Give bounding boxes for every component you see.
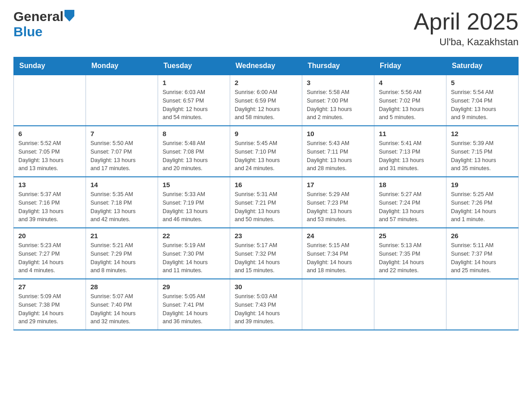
day-number: 9 — [235, 130, 297, 137]
calendar-cell: 9Sunrise: 5:45 AM Sunset: 7:10 PM Daylig… — [230, 126, 302, 177]
day-info: Sunrise: 5:37 AM Sunset: 7:16 PM Dayligh… — [18, 190, 81, 224]
calendar-cell: 16Sunrise: 5:31 AM Sunset: 7:21 PM Dayli… — [230, 177, 302, 228]
day-number: 18 — [379, 181, 442, 188]
calendar-cell — [302, 279, 374, 330]
calendar-cell: 5Sunrise: 5:54 AM Sunset: 7:04 PM Daylig… — [446, 75, 519, 126]
title-block: April 2025 Ul'ba, Kazakhstan — [414, 9, 519, 48]
calendar-week-row: 27Sunrise: 5:09 AM Sunset: 7:38 PM Dayli… — [14, 279, 519, 330]
day-info: Sunrise: 5:50 AM Sunset: 7:07 PM Dayligh… — [90, 139, 153, 173]
calendar-cell: 17Sunrise: 5:29 AM Sunset: 7:23 PM Dayli… — [302, 177, 374, 228]
calendar-cell — [86, 75, 158, 126]
page-subtitle: Ul'ba, Kazakhstan — [414, 36, 519, 48]
day-number: 23 — [235, 232, 297, 240]
day-number: 10 — [307, 130, 369, 137]
day-info: Sunrise: 5:29 AM Sunset: 7:23 PM Dayligh… — [307, 190, 369, 224]
day-number: 30 — [235, 283, 297, 291]
calendar-header-row: SundayMondayTuesdayWednesdayThursdayFrid… — [14, 57, 519, 75]
day-number: 4 — [379, 79, 442, 86]
calendar-week-row: 6Sunrise: 5:52 AM Sunset: 7:05 PM Daylig… — [14, 126, 519, 177]
day-info: Sunrise: 5:21 AM Sunset: 7:29 PM Dayligh… — [90, 241, 153, 275]
day-number: 14 — [90, 181, 153, 188]
weekday-header-wednesday: Wednesday — [230, 57, 302, 75]
calendar-table: SundayMondayTuesdayWednesdayThursdayFrid… — [13, 57, 519, 330]
calendar-cell: 12Sunrise: 5:39 AM Sunset: 7:15 PM Dayli… — [446, 126, 519, 177]
weekday-header-tuesday: Tuesday — [158, 57, 230, 75]
day-number: 29 — [163, 283, 225, 291]
day-info: Sunrise: 5:05 AM Sunset: 7:41 PM Dayligh… — [163, 292, 225, 326]
calendar-cell: 29Sunrise: 5:05 AM Sunset: 7:41 PM Dayli… — [158, 279, 230, 330]
day-number: 22 — [163, 232, 225, 240]
day-info: Sunrise: 5:03 AM Sunset: 7:43 PM Dayligh… — [235, 292, 297, 326]
day-info: Sunrise: 5:48 AM Sunset: 7:08 PM Dayligh… — [163, 139, 225, 173]
calendar-cell: 21Sunrise: 5:21 AM Sunset: 7:29 PM Dayli… — [86, 228, 158, 279]
day-info: Sunrise: 5:33 AM Sunset: 7:19 PM Dayligh… — [163, 190, 225, 224]
day-number: 19 — [451, 181, 514, 188]
day-info: Sunrise: 5:25 AM Sunset: 7:26 PM Dayligh… — [451, 190, 514, 224]
day-number: 28 — [90, 283, 153, 291]
calendar-cell: 19Sunrise: 5:25 AM Sunset: 7:26 PM Dayli… — [446, 177, 519, 228]
logo-blue-text: Blue — [13, 24, 43, 39]
calendar-cell: 2Sunrise: 6:00 AM Sunset: 6:59 PM Daylig… — [230, 75, 302, 126]
day-number: 13 — [18, 181, 81, 188]
day-number: 2 — [235, 79, 297, 86]
day-number: 11 — [379, 130, 442, 137]
day-number: 26 — [451, 232, 514, 240]
day-number: 1 — [163, 79, 225, 86]
day-info: Sunrise: 5:13 AM Sunset: 7:35 PM Dayligh… — [379, 241, 442, 275]
day-info: Sunrise: 5:11 AM Sunset: 7:37 PM Dayligh… — [451, 241, 514, 275]
calendar-cell: 4Sunrise: 5:56 AM Sunset: 7:02 PM Daylig… — [374, 75, 446, 126]
calendar-cell: 1Sunrise: 6:03 AM Sunset: 6:57 PM Daylig… — [158, 75, 230, 126]
weekday-header-thursday: Thursday — [302, 57, 374, 75]
calendar-cell: 22Sunrise: 5:19 AM Sunset: 7:30 PM Dayli… — [158, 228, 230, 279]
day-info: Sunrise: 5:07 AM Sunset: 7:40 PM Dayligh… — [90, 292, 153, 326]
day-info: Sunrise: 5:27 AM Sunset: 7:24 PM Dayligh… — [379, 190, 442, 224]
calendar-cell: 14Sunrise: 5:35 AM Sunset: 7:18 PM Dayli… — [86, 177, 158, 228]
page-title: April 2025 — [414, 9, 519, 34]
calendar-cell: 24Sunrise: 5:15 AM Sunset: 7:34 PM Dayli… — [302, 228, 374, 279]
calendar-cell: 30Sunrise: 5:03 AM Sunset: 7:43 PM Dayli… — [230, 279, 302, 330]
calendar-cell: 8Sunrise: 5:48 AM Sunset: 7:08 PM Daylig… — [158, 126, 230, 177]
calendar-cell: 11Sunrise: 5:41 AM Sunset: 7:13 PM Dayli… — [374, 126, 446, 177]
calendar-cell: 23Sunrise: 5:17 AM Sunset: 7:32 PM Dayli… — [230, 228, 302, 279]
day-info: Sunrise: 5:31 AM Sunset: 7:21 PM Dayligh… — [235, 190, 297, 224]
logo-general-text: General — [13, 9, 64, 24]
day-info: Sunrise: 5:52 AM Sunset: 7:05 PM Dayligh… — [18, 139, 81, 173]
calendar-cell: 20Sunrise: 5:23 AM Sunset: 7:27 PM Dayli… — [14, 228, 86, 279]
calendar-week-row: 20Sunrise: 5:23 AM Sunset: 7:27 PM Dayli… — [14, 228, 519, 279]
weekday-header-friday: Friday — [374, 57, 446, 75]
logo: General Blue — [13, 9, 74, 39]
calendar-cell: 27Sunrise: 5:09 AM Sunset: 7:38 PM Dayli… — [14, 279, 86, 330]
day-info: Sunrise: 5:45 AM Sunset: 7:10 PM Dayligh… — [235, 139, 297, 173]
day-number: 6 — [18, 130, 81, 137]
day-info: Sunrise: 5:56 AM Sunset: 7:02 PM Dayligh… — [379, 88, 442, 122]
day-info: Sunrise: 5:35 AM Sunset: 7:18 PM Dayligh… — [90, 190, 153, 224]
weekday-header-sunday: Sunday — [14, 57, 86, 75]
day-info: Sunrise: 5:23 AM Sunset: 7:27 PM Dayligh… — [18, 241, 81, 275]
day-info: Sunrise: 6:00 AM Sunset: 6:59 PM Dayligh… — [235, 88, 297, 122]
svg-marker-1 — [64, 16, 74, 21]
day-number: 27 — [18, 283, 81, 291]
day-info: Sunrise: 6:03 AM Sunset: 6:57 PM Dayligh… — [163, 88, 225, 122]
calendar-cell: 15Sunrise: 5:33 AM Sunset: 7:19 PM Dayli… — [158, 177, 230, 228]
day-number: 20 — [18, 232, 81, 240]
calendar-cell — [374, 279, 446, 330]
day-number: 17 — [307, 181, 369, 188]
day-info: Sunrise: 5:09 AM Sunset: 7:38 PM Dayligh… — [18, 292, 81, 326]
day-info: Sunrise: 5:43 AM Sunset: 7:11 PM Dayligh… — [307, 139, 369, 173]
weekday-header-monday: Monday — [86, 57, 158, 75]
day-info: Sunrise: 5:54 AM Sunset: 7:04 PM Dayligh… — [451, 88, 514, 122]
page-header: General Blue April 2025 Ul'ba, Kazakhsta… — [13, 9, 519, 48]
calendar-cell: 7Sunrise: 5:50 AM Sunset: 7:07 PM Daylig… — [86, 126, 158, 177]
day-info: Sunrise: 5:17 AM Sunset: 7:32 PM Dayligh… — [235, 241, 297, 275]
calendar-cell: 26Sunrise: 5:11 AM Sunset: 7:37 PM Dayli… — [446, 228, 519, 279]
logo-flag-icon — [64, 10, 74, 21]
calendar-cell — [446, 279, 519, 330]
day-number: 16 — [235, 181, 297, 188]
day-info: Sunrise: 5:15 AM Sunset: 7:34 PM Dayligh… — [307, 241, 369, 275]
svg-rect-0 — [64, 10, 74, 16]
calendar-cell: 28Sunrise: 5:07 AM Sunset: 7:40 PM Dayli… — [86, 279, 158, 330]
day-number: 24 — [307, 232, 369, 240]
calendar-cell: 25Sunrise: 5:13 AM Sunset: 7:35 PM Dayli… — [374, 228, 446, 279]
day-number: 12 — [451, 130, 514, 137]
calendar-cell: 3Sunrise: 5:58 AM Sunset: 7:00 PM Daylig… — [302, 75, 374, 126]
